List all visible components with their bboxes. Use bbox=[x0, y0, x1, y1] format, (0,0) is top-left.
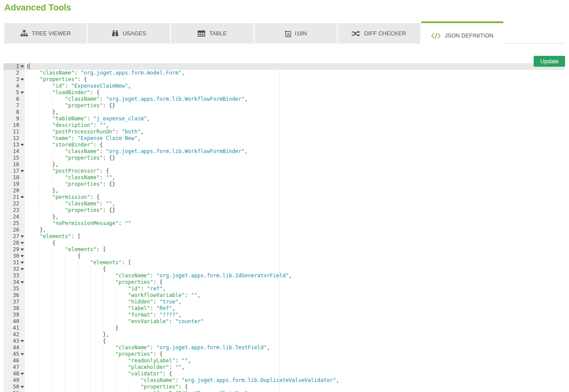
code-line[interactable]: "properties": {} bbox=[27, 181, 565, 187]
fold-arrow-icon[interactable] bbox=[21, 340, 24, 342]
fold-arrow-icon[interactable] bbox=[21, 65, 24, 68]
fold-arrow-icon[interactable] bbox=[21, 196, 24, 198]
gutter-line-number: 14 bbox=[3, 148, 25, 155]
code-line[interactable]: "envVariable": "counter" bbox=[27, 318, 565, 325]
code-line[interactable]: }, bbox=[27, 331, 565, 338]
fold-arrow-icon[interactable] bbox=[21, 249, 24, 251]
code-line[interactable]: "name": "Expense Claim New", bbox=[27, 135, 565, 142]
code-line[interactable]: "properties": { bbox=[27, 279, 565, 286]
fold-arrow-icon[interactable] bbox=[21, 242, 24, 244]
gutter-line-number: 10 bbox=[3, 122, 25, 129]
gutter-line-number: 37 bbox=[3, 299, 25, 305]
code-line[interactable]: }, bbox=[27, 227, 565, 233]
code-line[interactable]: "className": "org.joget.apps.form.lib.Wo… bbox=[27, 148, 565, 155]
code-line[interactable]: "storeBinder": { bbox=[27, 142, 565, 148]
gutter-line-number: 2 bbox=[3, 70, 25, 76]
code-line[interactable]: "properties": {} bbox=[27, 155, 565, 161]
code-line[interactable]: "properties": { bbox=[27, 351, 565, 358]
code-line[interactable]: "className": "org.joget.apps.form.lib.Du… bbox=[27, 377, 565, 384]
code-line[interactable]: "properties": { bbox=[27, 384, 565, 390]
gutter-line-number: 19 bbox=[3, 181, 25, 187]
code-line[interactable]: { bbox=[27, 63, 565, 70]
code-line[interactable]: { bbox=[27, 338, 565, 344]
code-line[interactable]: "loadBinder": { bbox=[27, 89, 565, 96]
code-line[interactable]: } bbox=[27, 325, 565, 331]
code-line[interactable]: "noPermissionMessage": "" bbox=[27, 220, 565, 227]
page-title: Advanced Tools bbox=[4, 3, 71, 13]
code-line[interactable]: "properties": {} bbox=[27, 207, 565, 214]
fold-arrow-icon[interactable] bbox=[21, 235, 24, 238]
code-line[interactable]: "permission": { bbox=[27, 194, 565, 201]
fold-arrow-icon[interactable] bbox=[21, 281, 24, 283]
code-line[interactable]: "className": "", bbox=[27, 201, 565, 207]
code-line[interactable]: "id": "ExpensesClaimNew", bbox=[27, 83, 565, 89]
code-line[interactable]: "className": "org.joget.apps.form.lib.Te… bbox=[27, 344, 565, 351]
code-line[interactable]: "elements": [ bbox=[27, 246, 565, 253]
code-line[interactable]: "className": "", bbox=[27, 174, 565, 181]
code-line[interactable]: "description": "", bbox=[27, 122, 565, 129]
fold-arrow-icon[interactable] bbox=[21, 170, 24, 172]
code-line[interactable]: }, bbox=[27, 161, 565, 168]
tab-table[interactable]: TABLE bbox=[171, 23, 254, 44]
tab-bar-tabs: TREE VIEWERUSAGESTABLEAI18NDIFF CHECKERJ… bbox=[4, 23, 565, 44]
code-line[interactable]: "workflowVariable": "", bbox=[27, 292, 565, 299]
gutter-line-number: 35 bbox=[3, 286, 25, 292]
code-line[interactable]: }, bbox=[27, 214, 565, 220]
tab-label: JSON DEFINITION bbox=[445, 32, 494, 39]
code-line[interactable]: }, bbox=[27, 109, 565, 116]
update-button[interactable]: Update bbox=[534, 56, 565, 67]
code-line[interactable]: "format": "????", bbox=[27, 312, 565, 318]
fold-arrow-icon[interactable] bbox=[21, 144, 24, 146]
code-line[interactable]: { bbox=[27, 266, 565, 273]
code-line[interactable]: "hidden": "true", bbox=[27, 299, 565, 305]
fold-arrow-icon[interactable] bbox=[21, 268, 24, 270]
code-line[interactable]: "placeholder": "", bbox=[27, 364, 565, 371]
gutter-line-number: 9 bbox=[3, 116, 25, 122]
code-line[interactable]: "id": "ref", bbox=[27, 286, 565, 292]
fold-arrow-icon[interactable] bbox=[21, 255, 24, 257]
code-line[interactable]: "readonlyLabel": "", bbox=[27, 358, 565, 364]
code-line[interactable]: "postProcessor": { bbox=[27, 168, 565, 174]
json-editor[interactable]: 1234567891011121314151617181920212223242… bbox=[3, 63, 565, 392]
gutter-line-number: 24 bbox=[3, 214, 25, 220]
code-line[interactable]: { bbox=[27, 240, 565, 246]
code-line[interactable]: "elements": [ bbox=[27, 259, 565, 266]
fold-arrow-icon[interactable] bbox=[21, 386, 24, 388]
tab-json-definition[interactable]: JSON DEFINITION bbox=[421, 21, 504, 48]
fold-arrow-icon[interactable] bbox=[21, 92, 24, 94]
code-line[interactable]: "tableName": "j_expense_claim", bbox=[27, 116, 565, 122]
code-line[interactable]: "validator": { bbox=[27, 371, 565, 377]
fold-arrow-icon[interactable] bbox=[21, 262, 24, 264]
code-line[interactable]: "className": "org.joget.apps.form.lib.Wo… bbox=[27, 96, 565, 102]
gutter-line-number: 39 bbox=[3, 312, 25, 318]
tab-tree-viewer[interactable]: TREE VIEWER bbox=[4, 23, 87, 44]
gutter-line-number: 48 bbox=[3, 371, 25, 377]
table-icon bbox=[198, 31, 205, 37]
code-line[interactable]: "properties": {} bbox=[27, 102, 565, 109]
shuffle-icon bbox=[352, 31, 360, 37]
gutter-line-number: 1 bbox=[3, 63, 25, 70]
code-line[interactable]: "label": "Ref", bbox=[27, 305, 565, 312]
tab-usages[interactable]: USAGES bbox=[88, 23, 170, 44]
gutter-line-number: 4 bbox=[3, 83, 25, 89]
code-line[interactable]: { bbox=[27, 253, 565, 259]
code-line[interactable]: "properties": { bbox=[27, 76, 565, 83]
fold-arrow-icon[interactable] bbox=[21, 373, 24, 375]
gutter-line-number: 32 bbox=[3, 266, 25, 273]
tab-diff-checker[interactable]: DIFF CHECKER bbox=[338, 23, 420, 44]
fold-arrow-icon[interactable] bbox=[21, 353, 24, 355]
code-line[interactable]: "postProcessorRunOn": "both", bbox=[27, 129, 565, 135]
code-line[interactable]: "className": "org.joget.apps.form.model.… bbox=[27, 70, 565, 76]
svg-text:A: A bbox=[287, 31, 290, 36]
gutter-line-number: 22 bbox=[3, 201, 25, 207]
code-line[interactable]: "formDefId": "ExpenseClaimNew", bbox=[27, 390, 565, 392]
tab-i18n[interactable]: AI18N bbox=[254, 23, 337, 44]
gutter-line-number: 15 bbox=[3, 155, 25, 161]
editor-code-area[interactable]: { "className": "org.joget.apps.form.mode… bbox=[25, 63, 565, 392]
code-line[interactable]: }, bbox=[27, 187, 565, 194]
fold-arrow-icon[interactable] bbox=[21, 78, 24, 81]
code-line[interactable]: "className": "org.joget.apps.form.lib.Id… bbox=[27, 273, 565, 279]
tab-label: TABLE bbox=[209, 30, 226, 37]
tab-label: USAGES bbox=[123, 30, 146, 37]
code-line[interactable]: "elements": [ bbox=[27, 233, 565, 240]
